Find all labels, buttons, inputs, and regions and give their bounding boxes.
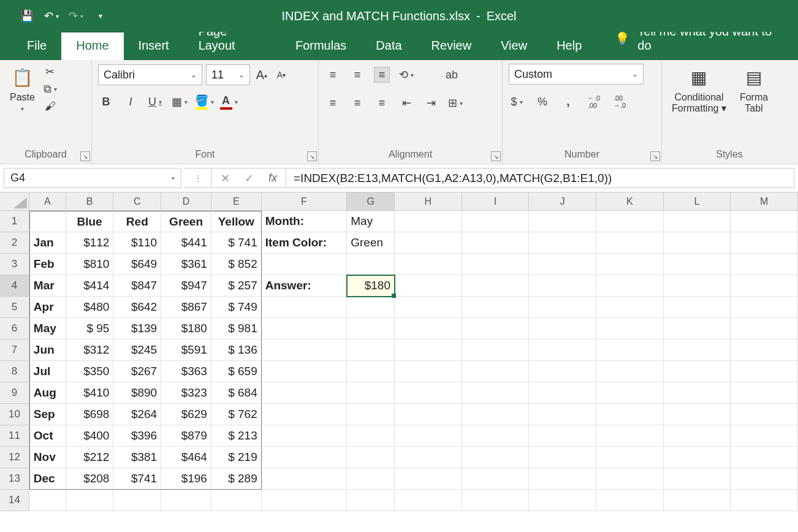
font-name-combo[interactable]: Calibri⌄ bbox=[98, 64, 202, 85]
col-G[interactable]: G bbox=[347, 192, 395, 211]
cell-B14[interactable] bbox=[66, 490, 114, 511]
cell-A3[interactable]: Feb bbox=[29, 254, 66, 275]
cell-E13[interactable]: $ 289 bbox=[211, 468, 262, 490]
cell-D9[interactable]: $323 bbox=[161, 382, 211, 404]
cell-G12[interactable] bbox=[347, 447, 395, 468]
col-M[interactable]: M bbox=[731, 192, 798, 211]
cell-G2[interactable]: Green bbox=[347, 232, 395, 254]
cell-J7[interactable] bbox=[529, 340, 596, 361]
cell-K4[interactable] bbox=[596, 275, 664, 297]
cell-L14[interactable] bbox=[664, 490, 731, 511]
cell-L8[interactable] bbox=[664, 361, 731, 382]
cell-G6[interactable] bbox=[347, 318, 395, 340]
cell-H2[interactable] bbox=[395, 232, 462, 254]
number-dialog-launcher[interactable]: ↘ bbox=[650, 151, 660, 161]
cell-E6[interactable]: $ 981 bbox=[211, 318, 262, 340]
cell-A13[interactable]: Dec bbox=[29, 468, 66, 490]
cell-M2[interactable] bbox=[731, 232, 798, 254]
col-B[interactable]: B bbox=[66, 192, 114, 211]
cell-B2[interactable]: $112 bbox=[66, 232, 114, 254]
cell-B4[interactable]: $414 bbox=[66, 275, 114, 297]
cell-C12[interactable]: $381 bbox=[113, 447, 161, 468]
cell-J8[interactable] bbox=[529, 361, 596, 382]
cell-E3[interactable]: $ 852 bbox=[211, 254, 262, 275]
cell-I13[interactable] bbox=[462, 468, 530, 490]
cell-A12[interactable]: Nov bbox=[29, 447, 66, 468]
cell-F12[interactable] bbox=[262, 447, 348, 468]
cell-J13[interactable] bbox=[529, 468, 596, 490]
cell-D10[interactable]: $629 bbox=[161, 404, 211, 425]
cell-D8[interactable]: $363 bbox=[161, 361, 211, 382]
cell-G13[interactable] bbox=[347, 468, 395, 490]
merge-center-icon[interactable]: ⊞ bbox=[447, 95, 463, 111]
cell-F8[interactable] bbox=[262, 361, 348, 382]
cell-J2[interactable] bbox=[529, 232, 596, 254]
cell-B7[interactable]: $312 bbox=[66, 340, 114, 361]
cell-L1[interactable] bbox=[664, 211, 731, 232]
cell-F6[interactable] bbox=[262, 318, 348, 340]
cell-M4[interactable] bbox=[731, 275, 798, 297]
cell-H6[interactable] bbox=[395, 318, 462, 340]
cell-I5[interactable] bbox=[462, 297, 530, 318]
cell-I9[interactable] bbox=[462, 382, 530, 404]
cell-A1[interactable] bbox=[29, 211, 66, 232]
cell-E7[interactable]: $ 136 bbox=[211, 340, 262, 361]
fx-expand[interactable]: ⋮ bbox=[184, 168, 211, 188]
cell-G5[interactable] bbox=[347, 297, 395, 318]
cell-H12[interactable] bbox=[395, 447, 462, 468]
cell-J14[interactable] bbox=[529, 490, 596, 511]
cell-I10[interactable] bbox=[462, 404, 530, 425]
cell-C5[interactable]: $642 bbox=[113, 297, 161, 318]
cell-B8[interactable]: $350 bbox=[66, 361, 114, 382]
clipboard-dialog-launcher[interactable]: ↘ bbox=[80, 151, 90, 161]
cell-G7[interactable] bbox=[347, 340, 395, 361]
cell-B3[interactable]: $810 bbox=[66, 254, 114, 275]
cell-K1[interactable] bbox=[596, 211, 664, 232]
cell-I3[interactable] bbox=[462, 254, 530, 275]
cell-B5[interactable]: $480 bbox=[66, 297, 114, 318]
cut-icon[interactable]: ✂ bbox=[42, 64, 58, 80]
cell-E9[interactable]: $ 684 bbox=[211, 382, 262, 404]
col-H[interactable]: H bbox=[395, 192, 462, 211]
cell-C7[interactable]: $245 bbox=[113, 340, 161, 361]
rowhdr-8[interactable]: 8 bbox=[0, 361, 29, 382]
cell-F11[interactable] bbox=[262, 425, 348, 447]
format-painter-icon[interactable]: 🖌 bbox=[42, 98, 58, 114]
cell-A11[interactable]: Oct bbox=[29, 425, 66, 447]
cell-L3[interactable] bbox=[664, 254, 731, 275]
cell-E1[interactable]: Yellow bbox=[211, 211, 262, 232]
tab-file[interactable]: File bbox=[12, 32, 61, 60]
align-middle-icon[interactable]: ≡ bbox=[349, 67, 365, 83]
cell-F1[interactable]: Month: bbox=[262, 211, 348, 232]
rowhdr-7[interactable]: 7 bbox=[0, 340, 29, 361]
alignment-dialog-launcher[interactable]: ↘ bbox=[491, 151, 501, 161]
formula-input[interactable]: =INDEX(B2:E13,MATCH(G1,A2:A13,0),MATCH(G… bbox=[286, 168, 794, 188]
undo-button[interactable]: ↶▾ bbox=[42, 6, 61, 26]
tab-data[interactable]: Data bbox=[361, 32, 416, 60]
col-J[interactable]: J bbox=[529, 192, 596, 211]
cell-M14[interactable] bbox=[731, 490, 798, 511]
rowhdr-4[interactable]: 4 bbox=[0, 275, 29, 297]
cell-K13[interactable] bbox=[596, 468, 664, 490]
cell-D13[interactable]: $196 bbox=[161, 468, 211, 490]
cell-I1[interactable] bbox=[462, 211, 530, 232]
cell-M8[interactable] bbox=[731, 361, 798, 382]
copy-icon[interactable]: ⧉ bbox=[42, 81, 58, 97]
rowhdr-12[interactable]: 12 bbox=[0, 447, 29, 468]
cell-K8[interactable] bbox=[596, 361, 664, 382]
wrap-text-icon[interactable]: ab bbox=[444, 67, 460, 83]
tab-help[interactable]: Help bbox=[542, 32, 596, 60]
cell-G14[interactable] bbox=[347, 490, 395, 511]
select-all-button[interactable] bbox=[0, 192, 29, 211]
cell-C4[interactable]: $847 bbox=[113, 275, 161, 297]
cell-K14[interactable] bbox=[596, 490, 664, 511]
cell-I6[interactable] bbox=[462, 318, 530, 340]
cell-A4[interactable]: Mar bbox=[29, 275, 66, 297]
cell-E14[interactable] bbox=[211, 490, 262, 511]
cell-G4[interactable]: $180 bbox=[347, 275, 395, 297]
cell-H9[interactable] bbox=[395, 382, 462, 404]
cell-C11[interactable]: $396 bbox=[113, 425, 161, 447]
rowhdr-5[interactable]: 5 bbox=[0, 297, 29, 318]
cell-C8[interactable]: $267 bbox=[113, 361, 161, 382]
cell-E5[interactable]: $ 749 bbox=[211, 297, 262, 318]
